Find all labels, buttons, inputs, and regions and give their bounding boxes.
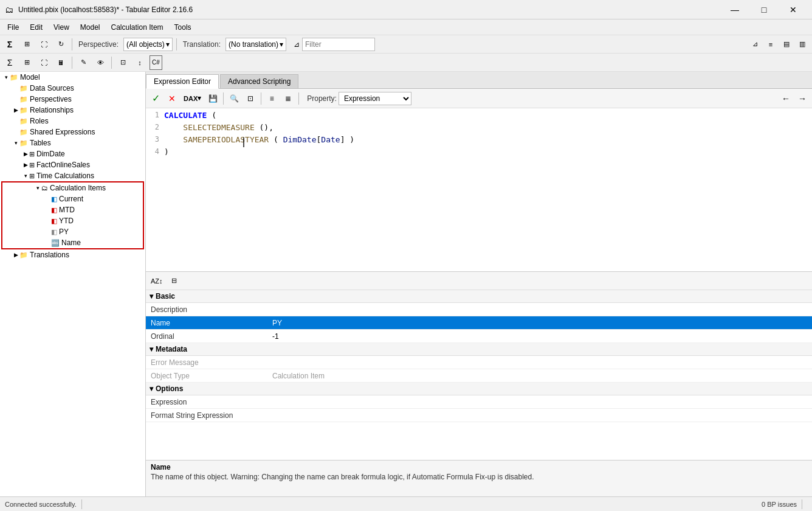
menu-edit[interactable]: Edit — [25, 22, 47, 33]
line-num-4: 4 — [146, 147, 164, 156]
expand-dimdate[interactable]: ▶ — [22, 151, 29, 157]
main-layout: ▾ 📁 Model 📁 Data Sources 📁 Perspectives … — [0, 72, 812, 496]
expand-tc[interactable]: ▾ — [22, 173, 29, 179]
back-btn[interactable]: ← — [779, 91, 793, 106]
script-icon[interactable]: C# — [150, 55, 162, 70]
right-panel: Expression Editor Advanced Scripting ✓ ✕… — [146, 72, 812, 496]
tree-item-dimdate[interactable]: ▶ ⊞ DimDate — [0, 148, 145, 159]
col-btn3[interactable]: ▥ — [795, 37, 810, 52]
tree-item-relationships[interactable]: ▶ 📁 Relationships — [0, 105, 145, 116]
align-left-btn[interactable]: ≡ — [264, 91, 279, 106]
format-btn[interactable]: ⊡ — [243, 91, 258, 106]
tree-item-ytd[interactable]: ◧ YTD — [2, 215, 143, 226]
menu-view[interactable]: View — [49, 22, 74, 33]
translation-label: Translation: — [181, 40, 223, 49]
menu-file[interactable]: File — [2, 22, 24, 33]
prop-row-error-message[interactable]: Error Message — [146, 356, 812, 369]
prop-row-object-type[interactable]: Object Type Calculation Item — [146, 369, 812, 383]
tree-item-tables[interactable]: ▾ 📁 Tables — [0, 137, 145, 148]
tree-item-py[interactable]: ◧ PY — [2, 226, 143, 237]
name-label: Name — [61, 238, 81, 247]
tree-item-mtd[interactable]: ◧ MTD — [2, 204, 143, 215]
sort-icon[interactable]: ↕ — [132, 55, 147, 70]
prop-row-name[interactable]: Name PY — [146, 316, 812, 330]
tree-item-shared-expressions[interactable]: 📁 Shared Expressions — [0, 127, 145, 137]
sum-icon[interactable]: Σ — [2, 55, 17, 70]
tab-bar: Expression Editor Advanced Scripting — [146, 72, 812, 89]
tree-item-calculation-items[interactable]: ▾ 🗂 Calculation Items — [2, 182, 143, 193]
menu-calculation-item[interactable]: Calculation Item — [106, 22, 168, 33]
expand-ytd — [44, 218, 51, 224]
grid-icon[interactable]: ⊞ — [19, 55, 34, 70]
col-btn1[interactable]: ≡ — [763, 37, 778, 52]
expand-ci[interactable]: ▾ — [34, 185, 41, 191]
sort-az-btn[interactable]: AZ↕ — [148, 274, 165, 288]
tab-advanced-scripting[interactable]: Advanced Scripting — [220, 74, 298, 88]
mtd-label: MTD — [59, 206, 75, 214]
status-connected: Connected successfully. — [5, 501, 77, 508]
save-formula-btn[interactable]: 💾 — [205, 91, 220, 106]
expression-editor-area: ✓ ✕ DAX ▾ 💾 🔍 ⊡ ≡ ≣ Property: Expression — [146, 89, 812, 271]
menu-model[interactable]: Model — [75, 22, 105, 33]
tree-panel: ▾ 📁 Model 📁 Data Sources 📁 Perspectives … — [0, 72, 146, 496]
tree-item-model[interactable]: ▾ 📁 Model — [0, 72, 145, 83]
expand-fos[interactable]: ▶ — [22, 162, 29, 168]
translation-dropdown[interactable]: (No translation) ▾ — [225, 38, 286, 51]
code-line-4: 4 ) — [146, 147, 812, 159]
dax-dropdown-btn[interactable]: DAX ▾ — [181, 91, 204, 106]
kpi-icon[interactable]: ⛶ — [36, 55, 51, 70]
table-icon[interactable]: ⊞ — [19, 37, 34, 52]
prop-row-expression[interactable]: Expression — [146, 395, 812, 409]
tab-expression-editor[interactable]: Expression Editor — [146, 74, 219, 89]
hierarchy-icon[interactable]: ⛶ — [36, 37, 51, 52]
calc-icon[interactable]: 🖩 — [53, 55, 68, 70]
expand-py — [44, 229, 51, 235]
tree-item-time-calculations[interactable]: ▾ ⊞ Time Calculations — [0, 170, 145, 181]
search-btn[interactable]: 🔍 — [227, 91, 241, 106]
translations-label: Translations — [30, 251, 69, 259]
prop-row-description[interactable]: Description — [146, 303, 812, 316]
prop-row-ordinal[interactable]: Ordinal -1 — [146, 330, 812, 343]
tree-item-current[interactable]: ◧ Current — [2, 193, 143, 204]
section-metadata[interactable]: ▾ Metadata — [146, 343, 812, 356]
property-select[interactable]: Expression — [339, 92, 411, 105]
tree-item-perspectives[interactable]: 📁 Perspectives — [0, 94, 145, 105]
sigma-icon[interactable]: Σ — [2, 37, 17, 52]
align-right-btn[interactable]: ≣ — [281, 91, 295, 106]
tree-item-roles[interactable]: 📁 Roles — [0, 116, 145, 127]
maximize-button[interactable]: □ — [750, 0, 778, 19]
tree-item-factonlinesales[interactable]: ▶ ⊞ FactOnlineSales — [0, 159, 145, 170]
code-editor[interactable]: 1 CALCULATE ( 2 SELECTEDMEASURE (), 3 SA… — [146, 108, 812, 271]
preview-icon[interactable]: 👁 — [93, 55, 108, 70]
check-icon[interactable]: ✓ — [148, 91, 163, 106]
expand-tables[interactable]: ▾ — [12, 140, 19, 146]
refresh-icon[interactable]: ↻ — [53, 37, 68, 52]
minimize-button[interactable]: — — [721, 0, 749, 19]
col-btn2[interactable]: ▤ — [779, 37, 794, 52]
editor-empty-space[interactable] — [146, 159, 812, 259]
section-basic[interactable]: ▾ Basic — [146, 290, 812, 303]
prop-row-format-string[interactable]: Format String Expression — [146, 409, 812, 422]
basic-arrow: ▾ — [150, 292, 153, 301]
cancel-icon[interactable]: ✕ — [165, 91, 179, 106]
expand-trans[interactable]: ▶ — [12, 252, 19, 258]
tree-item-translations[interactable]: ▶ 📁 Translations — [0, 249, 145, 260]
perspective-dropdown[interactable]: (All objects) ▾ — [123, 38, 173, 51]
section-options[interactable]: ▾ Options — [146, 383, 812, 395]
tree-item-datasources[interactable]: 📁 Data Sources — [0, 83, 145, 94]
expand-model[interactable]: ▾ — [2, 74, 10, 80]
calculation-items-group: ▾ 🗂 Calculation Items ◧ Current ◧ MTD ◧ … — [1, 181, 144, 249]
menu-tools[interactable]: Tools — [170, 22, 196, 33]
tree-item-name[interactable]: 🔤 Name — [2, 237, 143, 248]
props-toolbar: AZ↕ ⊟ — [146, 272, 812, 290]
title-bar-left: 🗂 Untitled.pbix (localhost:58583)* - Tab… — [5, 5, 193, 15]
group-btn[interactable]: ⊟ — [167, 274, 182, 288]
close-button[interactable]: ✕ — [779, 0, 807, 19]
metadata-label: Metadata — [156, 345, 187, 353]
filter-btn[interactable]: ⊿ — [748, 37, 762, 52]
forward-btn[interactable]: → — [795, 91, 810, 106]
edit-icon[interactable]: ✎ — [76, 55, 91, 70]
filter-input[interactable] — [302, 38, 375, 51]
split-icon[interactable]: ⊡ — [115, 55, 130, 70]
expand-rel[interactable]: ▶ — [12, 107, 19, 113]
